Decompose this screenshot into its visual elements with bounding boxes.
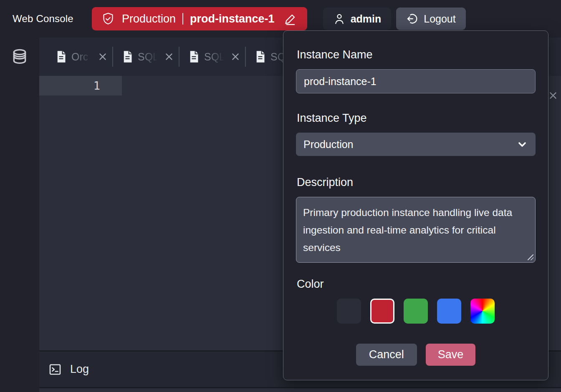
document-icon	[189, 50, 199, 63]
pencil-edit-icon[interactable]	[284, 12, 297, 25]
app-title: Web Console	[13, 13, 92, 25]
tab-item[interactable]: SQL	[189, 50, 240, 63]
color-label: Color	[297, 277, 536, 291]
instance-type-label: Instance Type	[297, 111, 536, 125]
line-number: 1	[39, 76, 122, 95]
color-swatch-default[interactable]	[337, 299, 361, 324]
tab-item[interactable]: SQL	[122, 50, 174, 63]
instance-name-label: Instance Name	[297, 48, 536, 62]
log-tab-label[interactable]: Log	[70, 363, 89, 376]
document-icon	[56, 50, 66, 63]
instance-badge[interactable]: Production prod-instance-1	[92, 7, 307, 30]
cancel-button[interactable]: Cancel	[356, 344, 417, 366]
tab-divider	[112, 47, 113, 67]
tab-divider	[245, 47, 246, 67]
terminal-icon	[48, 363, 62, 376]
tab-label: Orc	[71, 51, 93, 63]
badge-separator	[182, 13, 183, 25]
instance-type-value: Production	[303, 138, 354, 151]
logout-icon	[406, 13, 419, 25]
close-icon[interactable]	[164, 52, 174, 61]
color-swatch-blue[interactable]	[437, 299, 461, 324]
instance-name-input[interactable]	[296, 69, 536, 93]
tab-label: SQL	[204, 51, 226, 63]
color-swatch-row	[296, 299, 536, 324]
modal-button-row: Cancel Save	[296, 344, 536, 366]
user-chip: admin	[323, 8, 392, 30]
close-icon[interactable]	[231, 52, 240, 61]
badge-environment-label: Production	[122, 13, 176, 25]
person-icon	[333, 13, 346, 25]
tab-item[interactable]: Orc	[56, 50, 107, 63]
description-field-wrap: Primary production instance handling liv…	[296, 197, 536, 263]
description-label: Description	[297, 175, 536, 189]
document-icon	[122, 50, 133, 63]
shield-check-icon	[101, 12, 115, 26]
user-name: admin	[351, 13, 382, 25]
left-sidebar	[0, 38, 39, 392]
color-swatch-custom-rainbow[interactable]	[470, 299, 495, 324]
tab-divider	[179, 47, 179, 67]
description-textarea[interactable]: Primary production instance handling liv…	[296, 197, 536, 263]
logout-label: Logout	[424, 13, 455, 25]
color-swatch-green[interactable]	[404, 299, 428, 324]
save-button[interactable]: Save	[426, 344, 476, 366]
close-icon[interactable]	[98, 52, 107, 61]
badge-instance-name: prod-instance-1	[190, 13, 275, 25]
instance-type-select[interactable]: Production	[296, 133, 536, 156]
document-icon	[255, 50, 265, 63]
color-swatch-red-selected[interactable]	[370, 299, 394, 324]
logout-button[interactable]: Logout	[396, 8, 465, 30]
edit-instance-modal: Instance Name Instance Type Production D…	[283, 30, 548, 380]
close-icon[interactable]	[548, 91, 558, 100]
status-bar	[39, 387, 561, 392]
chevron-down-icon	[517, 139, 527, 149]
database-icon[interactable]	[11, 48, 28, 392]
tab-label: SQL	[138, 51, 159, 63]
